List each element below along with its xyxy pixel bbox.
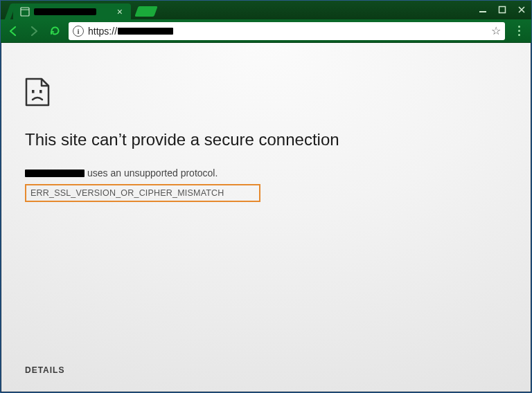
url-scheme: https:// (88, 26, 117, 37)
forward-button[interactable] (27, 24, 41, 38)
address-bar[interactable]: i https:// ☆ (69, 22, 505, 40)
error-code: ERR_SSL_VERSION_OR_CIPHER_MISMATCH (25, 184, 260, 202)
menu-button[interactable] (512, 26, 526, 36)
error-sub-suffix: uses an unsupported protocol. (87, 167, 218, 179)
svg-rect-0 (21, 8, 29, 16)
url-host-redacted (118, 28, 173, 35)
close-window-button[interactable] (512, 3, 531, 17)
details-button[interactable]: DETAILS (25, 365, 64, 375)
maximize-button[interactable] (493, 3, 512, 17)
svg-rect-2 (499, 7, 506, 13)
svg-rect-3 (32, 90, 35, 93)
titlebar: × (1, 1, 531, 19)
url-text: https:// (88, 26, 173, 37)
toolbar: i https:// ☆ (1, 19, 531, 43)
tab-title-redacted (34, 8, 96, 15)
error-host-redacted (25, 170, 85, 177)
svg-rect-4 (39, 90, 42, 93)
minimize-button[interactable] (473, 3, 493, 17)
bookmark-star-icon[interactable]: ☆ (491, 24, 501, 37)
error-heading: This site can’t provide a secure connect… (25, 130, 531, 149)
window-controls (473, 1, 531, 19)
error-subline: uses an unsupported protocol. (25, 167, 531, 179)
reload-button[interactable] (48, 24, 62, 38)
tab-close-icon[interactable]: × (117, 7, 123, 17)
page-content: This site can’t provide a secure connect… (1, 43, 531, 392)
svg-rect-1 (479, 11, 486, 12)
back-button[interactable] (6, 24, 20, 38)
browser-tab[interactable]: × (13, 3, 131, 19)
browser-window: × i https:// ☆ (0, 0, 532, 393)
sad-page-icon (25, 77, 50, 107)
tab-favicon (20, 7, 30, 17)
site-info-icon[interactable]: i (73, 26, 84, 37)
new-tab-button[interactable] (134, 6, 157, 17)
